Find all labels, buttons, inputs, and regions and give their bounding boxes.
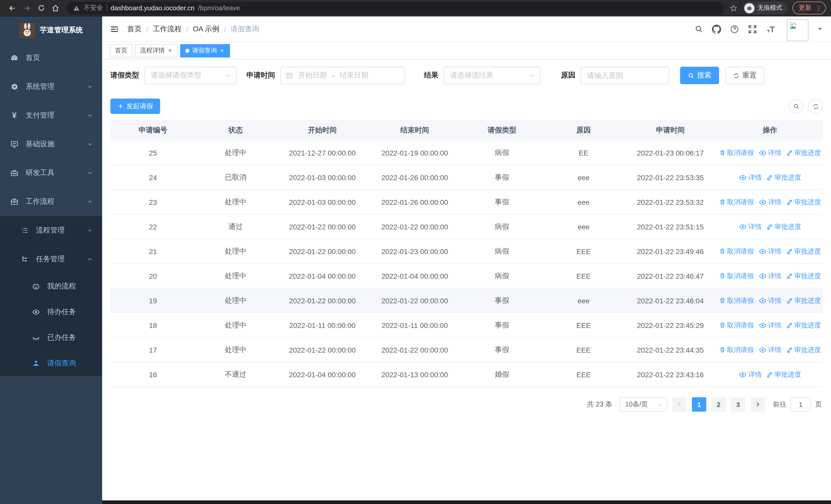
cell-start-time: 2022-01-11 00:00:00 (276, 313, 369, 337)
goto-page-input[interactable] (791, 398, 810, 411)
breadcrumb-item[interactable]: OA 示例 (193, 24, 220, 34)
sidebar-item-请假查询[interactable]: 请假查询 (0, 351, 102, 376)
tab-请假查询[interactable]: 请假查询× (180, 44, 230, 57)
tab-首页[interactable]: 首页 (110, 44, 133, 57)
cancel-leave-action[interactable]: 取消请假 (719, 247, 754, 256)
sidebar-item-流程管理[interactable]: 流程管理 (0, 216, 102, 245)
tags-view: 首页流程详情×请假查询× (102, 42, 831, 60)
cancel-leave-action[interactable]: 取消请假 (719, 345, 754, 354)
calendar-icon (286, 72, 293, 79)
detail-action[interactable]: 详情 (758, 271, 781, 280)
cancel-leave-action[interactable]: 取消请假 (719, 296, 754, 305)
detail-action[interactable]: 详情 (758, 296, 781, 305)
approval-progress-action[interactable]: 审批进度 (786, 271, 821, 280)
apply-time-range-picker[interactable]: 开始日期 - 结束日期 (280, 67, 405, 84)
sidebar-item-首页[interactable]: 首页 (0, 43, 102, 72)
sidebar-item-工作流程[interactable]: 工作流程 (0, 187, 102, 216)
sidebar-item-支付管理[interactable]: ¥支付管理 (0, 101, 102, 130)
create-leave-button[interactable]: 发起请假 (110, 98, 160, 114)
cell-apply-id: 20 (110, 264, 196, 288)
result-placeholder: 请选择流结果 (450, 71, 493, 80)
cell-apply-id: 24 (110, 165, 196, 189)
table-row: 24 已取消 2022-01-03 00:00:00 2022-01-26 00… (110, 165, 823, 190)
page-size-select[interactable]: 10条/页 (620, 397, 667, 412)
detail-action[interactable]: 详情 (758, 321, 781, 330)
sidebar-item-研发工具[interactable]: 研发工具 (0, 158, 102, 187)
detail-action[interactable]: 详情 (758, 345, 781, 354)
tab-close-icon[interactable]: × (167, 47, 173, 54)
security-label[interactable]: 不安全 (84, 4, 103, 12)
sidebar-item-label: 研发工具 (26, 168, 87, 178)
approval-progress-action[interactable]: 审批进度 (786, 296, 821, 305)
url-host[interactable]: dashboard.yudao.iocoder.cn (111, 4, 195, 12)
help-icon[interactable] (730, 24, 739, 34)
detail-action[interactable]: 详情 (739, 370, 762, 379)
detail-action[interactable]: 详情 (758, 197, 781, 207)
cancel-leave-action[interactable]: 取消请假 (719, 271, 754, 280)
tab-流程详情[interactable]: 流程详情× (135, 44, 178, 57)
detail-action[interactable]: 详情 (739, 173, 762, 182)
approval-progress-action[interactable]: 审批进度 (786, 345, 821, 354)
next-page-button[interactable] (750, 397, 765, 412)
approval-progress-action[interactable]: 审批进度 (786, 321, 821, 330)
search-icon (688, 72, 694, 79)
page-button-3[interactable]: 3 (731, 397, 745, 412)
url-path[interactable]: /bpm/oa/leave (198, 4, 240, 12)
result-select[interactable]: 请选择流结果 (443, 67, 541, 84)
browser-menu-icon[interactable] (815, 4, 822, 11)
address-bar[interactable]: 不安全 dashboard.yudao.iocoder.cn/bpm/oa/le… (67, 2, 724, 14)
app-logo-row[interactable]: 芋道管理系统 (0, 17, 102, 43)
sidebar-collapse-icon[interactable] (110, 24, 119, 34)
sidebar-item-系统管理[interactable]: 系统管理 (0, 72, 102, 101)
approval-progress-action[interactable]: 审批进度 (786, 148, 821, 157)
cancel-leave-action[interactable]: 取消请假 (719, 321, 754, 330)
sidebar-item-待办任务[interactable]: 待办任务 (0, 299, 102, 325)
home-icon[interactable] (48, 2, 63, 14)
detail-action[interactable]: 详情 (758, 148, 781, 157)
approval-progress-action[interactable]: 审批进度 (766, 222, 801, 231)
approval-progress-action[interactable]: 审批进度 (786, 247, 821, 256)
font-size-icon[interactable] (766, 24, 776, 34)
browser-update-button[interactable]: 更新 (793, 2, 826, 14)
sidebar-item-已办任务[interactable]: 已办任务 (0, 325, 102, 351)
bookmark-star-icon[interactable] (729, 4, 738, 12)
tab-close-icon[interactable]: × (220, 47, 225, 54)
sidebar-item-任务管理[interactable]: 任务管理 (0, 245, 102, 273)
toggle-search-button[interactable] (789, 99, 803, 113)
active-tab-dot (185, 49, 190, 53)
detail-action[interactable]: 详情 (739, 222, 762, 231)
approval-progress-action[interactable]: 审批进度 (786, 197, 821, 207)
reason-input[interactable] (587, 71, 663, 80)
reload-icon[interactable] (34, 2, 48, 14)
edit-icon (766, 223, 773, 230)
action-label: 审批进度 (794, 296, 821, 305)
breadcrumb-item[interactable]: 工作流程 (153, 24, 182, 34)
avatar[interactable] (787, 19, 808, 41)
breadcrumb: 首页/工作流程/OA 示例/请假查询 (127, 24, 694, 34)
page-button-2[interactable]: 2 (711, 397, 726, 412)
eye-closed-icon (32, 334, 40, 342)
gear-icon (10, 83, 19, 91)
breadcrumb-item[interactable]: 首页 (127, 24, 142, 34)
sidebar-item-基础设施[interactable]: 基础设施 (0, 130, 102, 158)
insecure-warning-icon[interactable] (73, 4, 80, 11)
approval-progress-action[interactable]: 审批进度 (766, 173, 801, 182)
header-search-icon[interactable] (694, 25, 703, 33)
back-icon[interactable] (5, 2, 20, 14)
github-icon[interactable] (712, 24, 721, 34)
cancel-leave-action[interactable]: 取消请假 (719, 148, 754, 157)
action-label: 审批进度 (794, 345, 821, 354)
reset-button[interactable]: 重置 (725, 67, 764, 84)
approval-progress-action[interactable]: 审批进度 (766, 370, 801, 379)
refresh-table-button[interactable] (808, 99, 823, 113)
update-label[interactable]: 更新 (799, 4, 811, 12)
leave-type-select[interactable]: 请选择请假类型 (144, 67, 237, 84)
detail-action[interactable]: 详情 (758, 247, 781, 256)
sidebar-item-我的流程[interactable]: 我的流程 (0, 273, 102, 299)
date-end-placeholder: 结束日期 (340, 71, 368, 80)
fullscreen-icon[interactable] (748, 24, 757, 34)
search-button[interactable]: 搜索 (680, 67, 719, 84)
avatar-caret-icon[interactable] (817, 26, 823, 32)
cancel-leave-action[interactable]: 取消请假 (719, 197, 754, 207)
page-button-1[interactable]: 1 (692, 397, 706, 412)
